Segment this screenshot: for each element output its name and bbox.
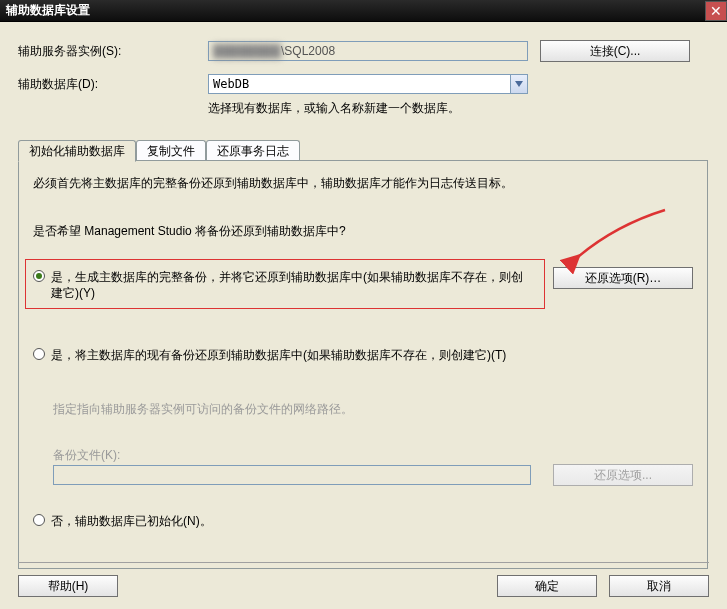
radio-option-existing-backup[interactable]: 是，将主数据库的现有备份还原到辅助数据库中(如果辅助数据库不存在，则创建它)(T… (33, 347, 673, 363)
backup-path-hint: 指定指向辅助服务器实例可访问的备份文件的网络路径。 (53, 401, 673, 418)
init-question-text: 是否希望 Management Studio 将备份还原到辅助数据库中? (33, 223, 693, 240)
server-instance-label: 辅助服务器实例(S): (18, 43, 208, 60)
title-bar: 辅助数据库设置 ✕ (0, 0, 727, 22)
help-button[interactable]: 帮助(H) (18, 575, 118, 597)
tab-headers: 初始化辅助数据库 复制文件 还原事务日志 (18, 140, 708, 161)
radio-option-already-initialized[interactable]: 否，辅助数据库已初始化(N)。 (33, 513, 673, 529)
init-header-text: 必须首先将主数据库的完整备份还原到辅助数据库中，辅助数据库才能作为日志传送目标。 (33, 175, 693, 192)
restore-options-button-disabled: 还原选项... (553, 464, 693, 486)
tab-strip: 初始化辅助数据库 复制文件 还原事务日志 必须首先将主数据库的完整备份还原到辅助… (18, 140, 708, 569)
backup-file-label: 备份文件(K): (53, 447, 120, 464)
window-title: 辅助数据库设置 (6, 2, 90, 19)
server-instance-value: \SQL2008 (281, 44, 335, 58)
server-instance-field: ████████ \SQL2008 (208, 41, 528, 61)
bottom-bar: 帮助(H) 确定 取消 (18, 562, 709, 597)
ok-button[interactable]: 确定 (497, 575, 597, 597)
secondary-db-label: 辅助数据库(D): (18, 76, 208, 93)
client-area: 辅助服务器实例(S): ████████ \SQL2008 连接(C)... 辅… (0, 22, 727, 609)
tab-init[interactable]: 初始化辅助数据库 (18, 140, 136, 162)
radio-indicator (33, 348, 45, 360)
radio-option2-label: 是，将主数据库的现有备份还原到辅助数据库中(如果辅助数据库不存在，则创建它)(T… (51, 347, 506, 363)
connect-button[interactable]: 连接(C)... (540, 40, 690, 62)
radio-indicator (33, 514, 45, 526)
radio-indicator (33, 270, 45, 282)
tab-restore[interactable]: 还原事务日志 (206, 140, 300, 161)
restore-options-button[interactable]: 还原选项(R)… (553, 267, 693, 289)
backup-file-field (53, 465, 531, 485)
radio-option3-label: 否，辅助数据库已初始化(N)。 (51, 513, 212, 529)
cancel-button[interactable]: 取消 (609, 575, 709, 597)
secondary-db-hint: 选择现有数据库，或输入名称新建一个数据库。 (208, 100, 460, 117)
tab-body-init: 必须首先将主数据库的完整备份还原到辅助数据库中，辅助数据库才能作为日志传送目标。… (18, 161, 708, 569)
tab-copy[interactable]: 复制文件 (136, 140, 206, 161)
radio-option1-label: 是，生成主数据库的完整备份，并将它还原到辅助数据库中(如果辅助数据库不存在，则创… (51, 269, 533, 301)
server-instance-redacted: ████████ (213, 44, 281, 58)
chevron-down-icon (510, 75, 527, 93)
radio-option-generate-backup[interactable]: 是，生成主数据库的完整备份，并将它还原到辅助数据库中(如果辅助数据库不存在，则创… (33, 269, 533, 301)
close-button[interactable]: ✕ (705, 1, 727, 21)
close-icon: ✕ (710, 4, 722, 18)
secondary-db-combobox[interactable]: WebDB (208, 74, 528, 94)
secondary-db-value: WebDB (213, 77, 249, 91)
